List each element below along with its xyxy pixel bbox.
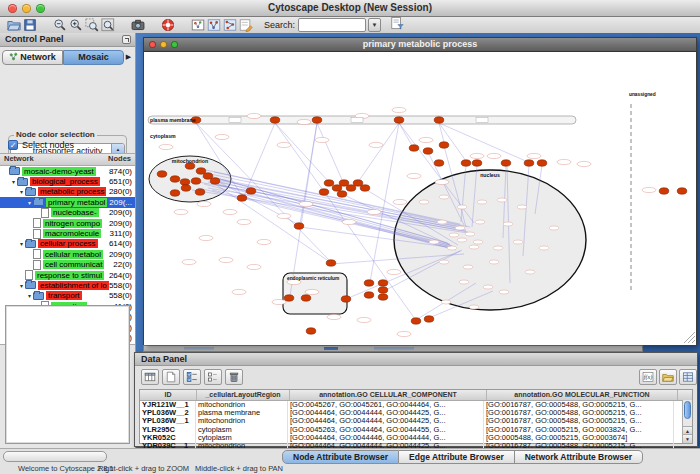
control-panel-header[interactable]: Control Panel <box>0 33 135 47</box>
gene-node[interactable] <box>191 178 201 184</box>
gene-node[interactable] <box>364 292 374 298</box>
gene-node[interactable] <box>378 280 388 286</box>
gene-node[interactable] <box>301 295 311 301</box>
tab-mosaic[interactable]: Mosaic <box>63 50 124 65</box>
tree-row-transport[interactable]: ▾transport558(0) <box>0 291 135 301</box>
background-window-strip[interactable] <box>143 345 643 352</box>
network-window-titlebar[interactable]: primary metabolic process <box>144 38 696 52</box>
birdseye-icon[interactable] <box>190 18 206 32</box>
resize-grip-icon[interactable] <box>688 336 695 343</box>
gene-node[interactable] <box>324 180 334 186</box>
gene-node[interactable] <box>434 117 444 123</box>
tree-row-nucleobase-[interactable]: nucleobase-209(0) <box>0 208 135 218</box>
table-cell[interactable]: cytoplasm <box>196 434 288 442</box>
tab-network[interactable]: Network <box>2 50 63 65</box>
table-cell[interactable]: YKR052C <box>140 434 196 442</box>
gene-node[interactable] <box>472 160 482 166</box>
gene-node[interactable] <box>439 142 449 148</box>
data-panel-header[interactable]: Data Panel <box>135 353 697 366</box>
disclosure-triangle-icon[interactable]: ▾ <box>10 178 17 185</box>
tree-row-mosaic-demo-yeast[interactable]: mosaic-demo-yeast874(0) <box>0 166 135 176</box>
tree-row-biological-process[interactable]: ▾biological_process651(0) <box>0 176 135 186</box>
zoom-in-icon[interactable] <box>68 18 84 32</box>
search-options-icon[interactable] <box>389 16 405 30</box>
gene-node[interactable] <box>394 117 404 123</box>
column-header-1[interactable]: _cellularLayoutRegion <box>197 390 290 400</box>
tab-edge-attribute-browser[interactable]: Edge Attribute Browser <box>399 450 515 464</box>
gene-node[interactable] <box>170 176 180 182</box>
gene-node[interactable] <box>411 318 421 324</box>
gene-node[interactable] <box>294 223 304 229</box>
search-input[interactable] <box>298 18 366 32</box>
table-row[interactable]: YPL036W__1mitochondrion[GO:0044464, GO:0… <box>140 417 692 425</box>
gene-node[interactable] <box>196 168 206 174</box>
disclosure-triangle-icon[interactable]: ▾ <box>18 240 25 247</box>
import-attributes-icon[interactable] <box>659 369 677 385</box>
table-cell[interactable]: [GO:0044464, GO:0044444, GO:0044425, G..… <box>288 409 484 417</box>
tree-row-cellular-process[interactable]: ▾cellular process614(0) <box>0 239 135 249</box>
table-cell[interactable]: [GO:0016787, GO:0005215, GO:0003824, G..… <box>484 426 674 434</box>
zoom-out-icon[interactable] <box>52 18 68 32</box>
table-cell[interactable]: YPL036W__2 <box>140 409 196 417</box>
gene-node[interactable] <box>378 287 388 293</box>
table-cell[interactable]: YJR121W__1 <box>140 401 196 409</box>
snapshot-icon[interactable] <box>130 18 146 32</box>
gene-node[interactable] <box>195 189 205 195</box>
gene-node[interactable] <box>424 316 434 322</box>
gene-node[interactable] <box>180 179 190 185</box>
help-icon[interactable] <box>160 18 176 32</box>
table-cell[interactable]: [GO:0044464, GO:0044446, GO:0044444, G..… <box>288 434 484 442</box>
layout-region-icon[interactable] <box>206 18 222 32</box>
table-cell[interactable]: [GO:0045267, GO:0045261, GO:0044464, G..… <box>288 401 484 409</box>
tree-row-cell-communicat[interactable]: cell communicat22(0) <box>0 260 135 270</box>
search-dropdown-icon[interactable]: ▼ <box>368 18 381 32</box>
unselect-attributes-icon[interactable] <box>204 369 222 385</box>
gene-node[interactable] <box>423 148 433 154</box>
tree-row-primary-metabol[interactable]: ▾primary metabol209(... <box>0 197 135 207</box>
table-cell[interactable]: cytoplasm <box>196 426 288 434</box>
gene-node[interactable] <box>326 260 336 266</box>
select-attributes-icon[interactable] <box>183 369 201 385</box>
gene-node[interactable] <box>364 280 374 286</box>
gene-node[interactable] <box>185 163 195 169</box>
float-panel-icon[interactable] <box>122 35 131 44</box>
layout-network-icon[interactable] <box>222 18 238 32</box>
birdseye-view[interactable] <box>5 305 130 444</box>
table-cell[interactable]: [GO:0016787, GO:0005488, GO:0005215, G..… <box>484 401 674 409</box>
gene-node[interactable] <box>170 190 180 196</box>
gene-node[interactable] <box>461 160 471 166</box>
table-cell[interactable]: [GO:0044464, GO:0044444, GO:0044425, G..… <box>288 417 484 425</box>
gene-node[interactable] <box>409 145 419 151</box>
network-canvas[interactable]: plasma membranecytoplasmmitochondrionnuc… <box>144 52 696 345</box>
create-attribute-icon[interactable] <box>162 369 180 385</box>
scroll-down-icon[interactable]: ▼ <box>683 434 692 443</box>
function-builder-icon[interactable]: f(x) <box>639 369 657 385</box>
gene-node[interactable] <box>306 328 316 334</box>
table-scrollbar[interactable]: ▲ ▼ <box>682 400 692 443</box>
open-icon[interactable] <box>6 18 22 32</box>
attribute-table-header[interactable]: ID_cellularLayoutRegionannotation.GO CEL… <box>140 390 692 401</box>
gene-node[interactable] <box>210 178 220 184</box>
gene-node[interactable] <box>332 185 342 191</box>
tab-node-attribute-browser[interactable]: Node Attribute Browser <box>282 450 399 464</box>
table-cell[interactable]: [GO:0005488, GO:0005215, GO:0003674] <box>484 434 674 442</box>
disclosure-triangle-icon[interactable]: ▾ <box>26 199 33 206</box>
tree-row-response-to-stimul[interactable]: response to stimul264(0) <box>0 270 135 280</box>
attribute-matrix-icon[interactable] <box>679 369 697 385</box>
column-header-3[interactable]: annotation.GO MOLECULAR_FUNCTION <box>487 390 678 400</box>
gene-node[interactable] <box>339 180 349 186</box>
tab-overflow-arrow[interactable]: ▶ <box>124 53 133 61</box>
disclosure-triangle-icon[interactable]: ▾ <box>18 282 25 289</box>
gene-node[interactable] <box>501 160 511 166</box>
tree-row-nitrogen-compo[interactable]: nitrogen compo209(0) <box>0 218 135 228</box>
tree-row-metabolic-process[interactable]: ▾metabolic process280(0) <box>0 187 135 197</box>
edge[interactable] <box>244 123 275 196</box>
table-row[interactable]: YPL036W__2plasma membrane[GO:0044464, GO… <box>140 409 692 417</box>
column-header-0[interactable]: ID <box>140 390 197 400</box>
delete-attribute-icon[interactable] <box>225 369 243 385</box>
gene-node[interactable] <box>677 188 687 194</box>
table-row[interactable]: YJR121W__1mitochondrion[GO:0045267, GO:0… <box>140 401 692 409</box>
table-cell[interactable]: mitochondrion <box>196 417 288 425</box>
tab-network-attribute-browser[interactable]: Network Attribute Browser <box>515 450 643 464</box>
gene-node[interactable] <box>337 191 347 197</box>
